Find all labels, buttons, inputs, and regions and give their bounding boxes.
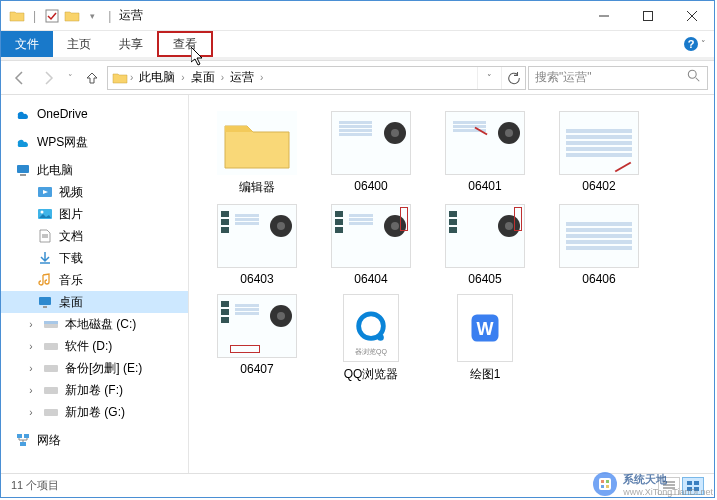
tree-pictures[interactable]: 图片 [1,203,188,225]
svg-rect-26 [20,442,26,446]
forward-button[interactable] [35,65,61,91]
search-icon[interactable] [687,69,701,86]
svg-rect-2 [644,11,653,20]
file-item-video[interactable]: 06403 [209,204,305,286]
svg-point-28 [377,334,384,341]
svg-rect-25 [24,434,29,438]
film-icon [270,215,292,237]
navigation-pane[interactable]: OneDrive WPS网盘 此电脑 视频 图片 文档 [1,95,189,473]
tab-view[interactable]: 查看 [157,31,213,57]
recent-dropdown[interactable]: ˅ [63,65,77,91]
qat-dropdown-icon[interactable]: ▾ [84,8,100,24]
file-item-shortcut[interactable]: 器浏览QQ QQ浏览器 [323,294,419,383]
tab-share[interactable]: 共享 [105,31,157,57]
expand-icon[interactable]: › [25,406,37,418]
video-thumb [445,204,525,268]
drive-icon [43,316,59,332]
video-thumb [445,111,525,175]
item-count: 11 个项目 [11,478,59,493]
tree-desktop[interactable]: 桌面 [1,291,188,313]
chevron-down-icon: ˅ [701,39,706,49]
video-thumb [559,111,639,175]
tree-videos[interactable]: 视频 [1,181,188,203]
wps-icon [15,134,31,150]
window-title: 运营 [119,7,143,24]
file-item-video[interactable]: 06401 [437,111,533,196]
tree-network[interactable]: 网络 [1,429,188,451]
tree-thispc[interactable]: 此电脑 [1,159,188,181]
breadcrumb-thispc[interactable]: 此电脑 [135,69,179,86]
breadcrumb-desktop[interactable]: 桌面 [187,69,219,86]
chevron-right-icon[interactable]: › [260,72,263,83]
close-button[interactable] [670,1,714,31]
file-item-video[interactable]: 06402 [551,111,647,196]
file-item-video[interactable]: 06400 [323,111,419,196]
svg-rect-16 [39,297,51,305]
tree-downloads[interactable]: 下载 [1,247,188,269]
file-item-doc[interactable]: W 绘图1 [437,294,533,383]
tab-home[interactable]: 主页 [53,31,105,57]
content-pane[interactable]: 编辑器 06400 06401 [189,95,714,473]
chevron-right-icon[interactable]: › [130,72,133,83]
item-label: 06402 [582,179,615,193]
expand-icon[interactable]: › [25,384,37,396]
video-thumb [559,204,639,268]
svg-line-8 [696,78,700,82]
icons-view-button[interactable] [682,477,704,495]
file-item-video[interactable]: 06407 [209,294,305,383]
tree-wps[interactable]: WPS网盘 [1,131,188,153]
onedrive-icon [15,106,31,122]
expand-icon[interactable]: › [25,340,37,352]
details-view-button[interactable] [658,477,680,495]
videos-icon [37,184,53,200]
address-dropdown[interactable]: ˅ [477,67,501,89]
body: OneDrive WPS网盘 此电脑 视频 图片 文档 [1,95,714,473]
item-label: 06403 [240,272,273,286]
refresh-button[interactable] [501,67,525,89]
file-item-video[interactable]: 06405 [437,204,533,286]
minimize-button[interactable] [582,1,626,31]
address-bar[interactable]: › 此电脑 › 桌面 › 运营 › ˅ [107,66,526,90]
item-label: 06406 [582,272,615,286]
item-label: 06405 [468,272,501,286]
help-button[interactable]: ? ˅ [683,31,706,57]
folder-small-icon [64,8,80,24]
svg-text:W: W [477,319,494,339]
drive-icon [43,360,59,376]
breadcrumb-current[interactable]: 运营 [226,69,258,86]
maximize-button[interactable] [626,1,670,31]
file-item-video[interactable]: 06404 [323,204,419,286]
svg-rect-36 [687,487,692,491]
window-controls [582,1,714,31]
film-icon [498,122,520,144]
chevron-right-icon[interactable]: › [181,72,184,83]
check-icon[interactable] [44,8,60,24]
music-icon [37,272,53,288]
navbar: ˅ › 此电脑 › 桌面 › 运营 › ˅ 搜索"运营" [1,61,714,95]
search-box[interactable]: 搜索"运营" [528,66,708,90]
svg-rect-9 [17,165,29,173]
expand-icon[interactable]: › [25,318,37,330]
file-item-video[interactable]: 06406 [551,204,647,286]
tree-disk-g[interactable]: › 新加卷 (G:) [1,401,188,423]
chevron-right-icon[interactable]: › [221,72,224,83]
item-label: 绘图1 [470,366,501,383]
expand-icon[interactable]: › [25,362,37,374]
tree-disk-d[interactable]: › 软件 (D:) [1,335,188,357]
tree-disk-f[interactable]: › 新加卷 (F:) [1,379,188,401]
network-icon [15,432,31,448]
tree-disk-e[interactable]: › 备份[勿删] (E:) [1,357,188,379]
tab-file[interactable]: 文件 [1,31,53,57]
wps-doc-icon: W [457,294,513,362]
tree-documents[interactable]: 文档 [1,225,188,247]
video-thumb [331,111,411,175]
item-label: 06401 [468,179,501,193]
svg-rect-10 [20,174,26,176]
separator: | [33,9,36,23]
tree-onedrive[interactable]: OneDrive [1,103,188,125]
back-button[interactable] [7,65,33,91]
file-item-folder[interactable]: 编辑器 [209,111,305,196]
tree-music[interactable]: 音乐 [1,269,188,291]
tree-disk-c[interactable]: › 本地磁盘 (C:) [1,313,188,335]
up-button[interactable] [79,65,105,91]
